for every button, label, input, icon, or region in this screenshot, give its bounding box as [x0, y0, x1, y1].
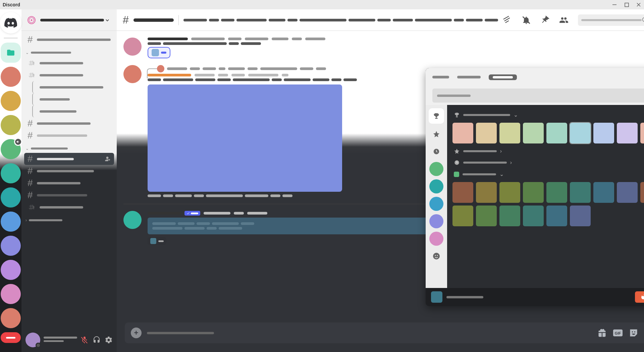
emoji-cell[interactable] [570, 123, 591, 143]
emoji-category-clock[interactable] [429, 144, 443, 159]
reaction-pill[interactable] [148, 47, 170, 58]
search-input[interactable] [578, 14, 644, 26]
emoji-cell[interactable] [452, 206, 473, 226]
voice-channel-item[interactable] [24, 201, 114, 213]
user-avatar[interactable] [25, 333, 40, 347]
server-icon[interactable] [1, 284, 21, 304]
server-folder-icon[interactable] [1, 43, 21, 63]
window-minimize-button[interactable] [612, 2, 617, 7]
emoji-cell[interactable] [523, 182, 544, 203]
emoji-category-server[interactable] [429, 197, 443, 211]
emoji-cell[interactable] [452, 182, 473, 203]
emoji-cell[interactable] [617, 123, 638, 143]
emoji-category-trophy[interactable] [429, 108, 444, 124]
gif-button[interactable]: GIF [613, 328, 623, 338]
emoji-cell[interactable] [546, 123, 567, 143]
text-channel-item[interactable]: # [24, 165, 114, 177]
deafen-button[interactable] [93, 336, 101, 344]
server-icon[interactable] [1, 67, 21, 87]
emoji-cell[interactable] [523, 123, 544, 143]
channel-category[interactable]: ⌄ [24, 141, 114, 153]
message-avatar[interactable] [123, 65, 142, 83]
emoji-cell[interactable] [499, 123, 520, 143]
emoji-picker-tab[interactable] [489, 74, 517, 80]
emoji-cell[interactable] [546, 182, 567, 203]
emoji-cell[interactable] [570, 182, 591, 203]
emoji-cell[interactable] [617, 182, 638, 203]
emoji-cell[interactable] [640, 123, 644, 143]
text-channel-item[interactable]: # [24, 34, 114, 46]
emoji-picker-tab[interactable] [432, 76, 449, 78]
emoji-category-smiley[interactable] [429, 249, 443, 263]
mute-button[interactable] [80, 336, 89, 344]
thread-item[interactable] [32, 105, 114, 117]
emoji-category-server[interactable] [429, 232, 443, 246]
gift-button[interactable] [597, 328, 607, 338]
message-avatar[interactable] [123, 211, 142, 229]
voice-channel-item[interactable] [24, 57, 114, 69]
emoji-grid-area[interactable]: ⌄››⌄ [447, 105, 644, 288]
server-icon[interactable] [1, 308, 21, 328]
server-icon[interactable] [1, 236, 21, 256]
emoji-section-header[interactable]: ⌄ [452, 168, 644, 180]
message-avatar[interactable] [123, 38, 142, 56]
nitro-unlock-button[interactable] [635, 291, 644, 303]
text-channel-item[interactable]: # [24, 189, 114, 201]
emoji-cell[interactable] [570, 206, 591, 226]
text-channel-item[interactable]: # [24, 129, 114, 141]
emoji-cell[interactable] [452, 123, 473, 143]
add-server-button[interactable] [1, 332, 21, 343]
emoji-cell[interactable] [640, 182, 644, 203]
emoji-category-server[interactable] [429, 162, 443, 176]
window-close-button[interactable] [636, 2, 641, 7]
text-channel-item[interactable]: # [24, 177, 114, 189]
text-channel-item[interactable]: # [24, 117, 114, 129]
server-icon[interactable] [1, 91, 21, 111]
channel-category[interactable]: › [24, 213, 114, 225]
server-header-dropdown[interactable] [21, 9, 117, 31]
emoji-section-header[interactable]: ⌄ [452, 109, 644, 121]
emoji-cell[interactable] [523, 206, 544, 226]
emoji-category-server[interactable] [429, 214, 443, 228]
emoji-section-header[interactable]: › [452, 157, 644, 168]
window-maximize-button[interactable] [624, 2, 629, 7]
create-invite-icon[interactable] [104, 156, 111, 162]
message-author[interactable] [148, 38, 188, 40]
user-info[interactable] [44, 337, 77, 344]
emoji-category-star[interactable] [429, 127, 443, 141]
emoji-cell[interactable] [546, 206, 567, 226]
emoji-cell[interactable] [476, 123, 497, 143]
server-icon[interactable] [1, 115, 21, 135]
emoji-cell[interactable] [499, 182, 520, 203]
server-icon[interactable] [1, 212, 21, 232]
image-attachment[interactable] [148, 84, 342, 192]
reaction-pill[interactable] [148, 237, 166, 245]
channel-topic[interactable] [183, 19, 498, 21]
emoji-section-header[interactable]: › [452, 145, 644, 157]
discord-home-button[interactable] [0, 12, 21, 34]
attach-button[interactable]: + [131, 328, 142, 338]
server-icon[interactable] [1, 260, 21, 280]
emoji-search-input[interactable] [432, 89, 644, 103]
emoji-cell[interactable] [476, 182, 497, 203]
threads-icon[interactable] [503, 15, 512, 25]
thread-item[interactable] [32, 93, 114, 105]
sticker-button[interactable] [629, 328, 638, 338]
server-icon[interactable] [1, 163, 21, 183]
notifications-icon[interactable] [522, 15, 531, 25]
message-input[interactable]: + GIF [125, 322, 644, 343]
pinned-icon[interactable] [540, 15, 550, 25]
emoji-cell[interactable] [476, 206, 497, 226]
voice-channel-item[interactable] [24, 69, 114, 81]
emoji-cell[interactable] [593, 182, 614, 203]
text-channel-item[interactable]: # [24, 153, 114, 165]
emoji-picker-tab[interactable] [457, 76, 481, 78]
emoji-cell[interactable] [593, 123, 614, 143]
members-icon[interactable] [559, 15, 569, 25]
emoji-cell[interactable] [499, 206, 520, 226]
server-icon[interactable] [1, 187, 21, 208]
channel-category[interactable]: ⌄ [24, 46, 114, 57]
message-author[interactable] [148, 212, 181, 215]
server-icon[interactable] [1, 139, 21, 159]
emoji-category-server[interactable] [429, 179, 443, 193]
